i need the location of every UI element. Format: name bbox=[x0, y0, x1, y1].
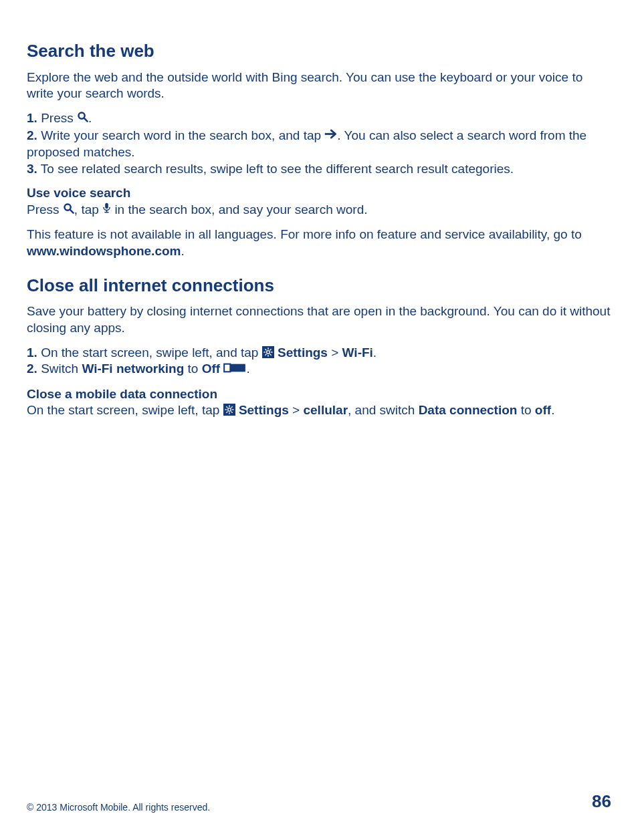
step-text: . bbox=[88, 111, 92, 125]
avail-text: This feature is not available in all lan… bbox=[27, 227, 582, 241]
sub-heading-voice: Use voice search bbox=[27, 185, 611, 202]
search-icon bbox=[63, 202, 74, 219]
step-number: 1. bbox=[27, 345, 37, 360]
step-text: to bbox=[184, 362, 201, 376]
separator: > bbox=[289, 403, 304, 417]
svg-line-26 bbox=[226, 412, 227, 413]
svg-line-1 bbox=[84, 118, 88, 121]
settings-label: Settings bbox=[278, 345, 328, 360]
off-label: off bbox=[535, 403, 551, 417]
svg-line-25 bbox=[231, 412, 232, 413]
step-text: . bbox=[246, 362, 249, 376]
mobile-data-block: Close a mobile data connection On the st… bbox=[27, 386, 611, 419]
separator: > bbox=[328, 345, 342, 360]
svg-rect-18 bbox=[231, 364, 246, 372]
data-connection-label: Data connection bbox=[419, 403, 518, 417]
off-label: Off bbox=[202, 362, 220, 376]
svg-point-8 bbox=[266, 350, 270, 354]
voice-text: , tap bbox=[74, 202, 102, 217]
svg-rect-17 bbox=[225, 364, 231, 372]
wifi-networking-label: Wi-Fi networking bbox=[82, 362, 184, 376]
intro-search: Explore the web and the outside world wi… bbox=[27, 69, 611, 102]
mobile-text: to bbox=[517, 403, 534, 417]
svg-point-19 bbox=[227, 408, 231, 412]
step-number: 2. bbox=[27, 362, 37, 376]
step-text: To see related search results, swipe lef… bbox=[37, 162, 514, 176]
step-text: Write your search word in the search box… bbox=[37, 128, 324, 142]
svg-line-14 bbox=[270, 354, 271, 355]
availability-note: This feature is not available in all lan… bbox=[27, 227, 611, 259]
svg-rect-5 bbox=[105, 202, 108, 208]
copyright-text: © 2013 Microsoft Mobile. All rights rese… bbox=[27, 801, 210, 813]
settings-label: Settings bbox=[239, 403, 289, 417]
arrow-right-icon bbox=[324, 127, 337, 144]
step-number: 2. bbox=[27, 128, 37, 142]
step-text: . bbox=[373, 345, 377, 360]
page-number: 86 bbox=[592, 791, 611, 813]
step-text: Press bbox=[37, 111, 77, 125]
steps-close: 1. On the start screen, swipe left, and … bbox=[27, 345, 611, 378]
svg-line-24 bbox=[226, 407, 227, 408]
search-icon bbox=[77, 110, 88, 127]
heading-search-web: Search the web bbox=[27, 40, 611, 63]
heading-close-connections: Close all internet connections bbox=[27, 275, 611, 297]
svg-line-27 bbox=[231, 407, 232, 408]
svg-line-13 bbox=[265, 349, 266, 350]
voice-text: Press bbox=[27, 202, 63, 217]
toggle-off-icon bbox=[223, 361, 246, 378]
page-footer: © 2013 Microsoft Mobile. All rights rese… bbox=[27, 791, 611, 813]
settings-icon bbox=[262, 346, 274, 358]
steps-search: 1. Press . 2. Write your search word in … bbox=[27, 110, 611, 177]
mobile-text: , and switch bbox=[348, 403, 419, 417]
svg-line-4 bbox=[70, 209, 73, 213]
mobile-text: . bbox=[551, 403, 554, 417]
mobile-text: On the start screen, swipe left, tap bbox=[27, 403, 223, 417]
step-text: Switch bbox=[37, 362, 82, 376]
settings-icon bbox=[223, 404, 235, 416]
step-number: 3. bbox=[27, 162, 37, 176]
voice-search-block: Use voice search Press , tap in the sear… bbox=[27, 185, 611, 219]
step-number: 1. bbox=[27, 111, 37, 125]
svg-line-16 bbox=[270, 349, 271, 350]
avail-text: . bbox=[181, 244, 184, 258]
wifi-label: Wi-Fi bbox=[342, 345, 373, 360]
link-windowsphone[interactable]: www.windowsphone.com bbox=[27, 244, 181, 258]
sub-heading-mobile-data: Close a mobile data connection bbox=[27, 386, 611, 403]
voice-text: in the search box, and say your search w… bbox=[111, 202, 367, 217]
cellular-label: cellular bbox=[303, 403, 348, 417]
intro-close: Save your battery by closing internet co… bbox=[27, 303, 611, 336]
microphone-icon bbox=[102, 202, 111, 219]
svg-line-15 bbox=[265, 354, 266, 355]
step-text: On the start screen, swipe left, and tap bbox=[37, 345, 262, 360]
